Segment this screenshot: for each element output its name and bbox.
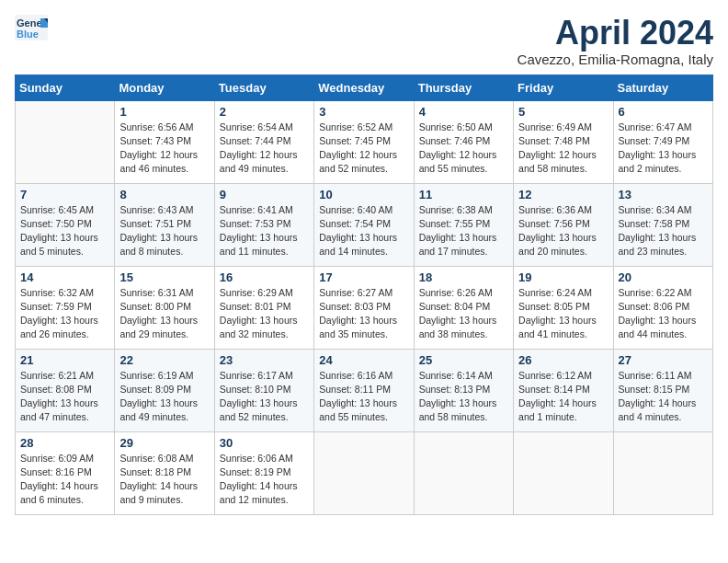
calendar-cell <box>16 100 115 183</box>
calendar-cell: 23Sunrise: 6:17 AMSunset: 8:10 PMDayligh… <box>214 349 313 431</box>
day-number: 18 <box>419 270 508 284</box>
col-header-monday: Monday <box>115 75 214 100</box>
day-number: 30 <box>220 436 309 450</box>
calendar-header: SundayMondayTuesdayWednesdayThursdayFrid… <box>16 75 713 100</box>
cell-info: Sunrise: 6:22 AMSunset: 8:06 PMDaylight:… <box>619 286 708 342</box>
calendar-cell: 1Sunrise: 6:56 AMSunset: 7:43 PMDaylight… <box>115 100 214 183</box>
day-number: 9 <box>220 188 309 201</box>
cell-info: Sunrise: 6:45 AMSunset: 7:50 PMDaylight:… <box>20 203 109 259</box>
cell-info: Sunrise: 6:36 AMSunset: 7:56 PMDaylight:… <box>518 203 608 259</box>
day-number: 20 <box>619 270 708 284</box>
cell-info: Sunrise: 6:43 AMSunset: 7:51 PMDaylight:… <box>119 203 209 259</box>
cell-info: Sunrise: 6:41 AMSunset: 7:53 PMDaylight:… <box>220 203 309 259</box>
cell-info: Sunrise: 6:17 AMSunset: 8:10 PMDaylight:… <box>220 369 309 425</box>
day-number: 8 <box>119 188 209 201</box>
cell-info: Sunrise: 6:12 AMSunset: 8:14 PMDaylight:… <box>518 369 608 425</box>
cell-info: Sunrise: 6:49 AMSunset: 7:48 PMDaylight:… <box>518 121 608 177</box>
col-header-tuesday: Tuesday <box>214 75 313 100</box>
calendar-cell: 29Sunrise: 6:08 AMSunset: 8:18 PMDayligh… <box>115 431 214 514</box>
cell-info: Sunrise: 6:16 AMSunset: 8:11 PMDaylight:… <box>319 369 408 425</box>
day-number: 1 <box>119 105 209 119</box>
day-number: 26 <box>518 353 608 367</box>
day-number: 16 <box>220 270 309 284</box>
calendar-cell: 10Sunrise: 6:40 AMSunset: 7:54 PMDayligh… <box>314 183 414 266</box>
day-number: 14 <box>20 270 109 284</box>
calendar-cell: 19Sunrise: 6:24 AMSunset: 8:05 PMDayligh… <box>514 266 613 349</box>
calendar-cell: 12Sunrise: 6:36 AMSunset: 7:56 PMDayligh… <box>514 183 613 266</box>
month-title: April 2024 <box>518 15 713 52</box>
calendar-cell: 26Sunrise: 6:12 AMSunset: 8:14 PMDayligh… <box>514 349 613 431</box>
day-number: 7 <box>20 188 109 201</box>
calendar-cell: 13Sunrise: 6:34 AMSunset: 7:58 PMDayligh… <box>613 183 712 266</box>
cell-info: Sunrise: 6:52 AMSunset: 7:45 PMDaylight:… <box>319 121 408 177</box>
day-number: 10 <box>319 188 408 201</box>
day-number: 11 <box>419 188 508 201</box>
cell-info: Sunrise: 6:54 AMSunset: 7:44 PMDaylight:… <box>220 121 309 177</box>
calendar-cell: 21Sunrise: 6:21 AMSunset: 8:08 PMDayligh… <box>16 349 115 431</box>
cell-info: Sunrise: 6:34 AMSunset: 7:58 PMDaylight:… <box>619 203 708 259</box>
calendar-cell: 20Sunrise: 6:22 AMSunset: 8:06 PMDayligh… <box>613 266 712 349</box>
day-number: 24 <box>319 353 408 367</box>
cell-info: Sunrise: 6:38 AMSunset: 7:55 PMDaylight:… <box>419 203 508 259</box>
cell-info: Sunrise: 6:47 AMSunset: 7:49 PMDaylight:… <box>619 121 708 177</box>
calendar-cell: 5Sunrise: 6:49 AMSunset: 7:48 PMDaylight… <box>514 100 613 183</box>
title-block: April 2024 Cavezzo, Emilia-Romagna, Ital… <box>518 15 713 67</box>
calendar-cell: 9Sunrise: 6:41 AMSunset: 7:53 PMDaylight… <box>214 183 313 266</box>
cell-info: Sunrise: 6:27 AMSunset: 8:03 PMDaylight:… <box>319 286 408 342</box>
calendar-cell: 11Sunrise: 6:38 AMSunset: 7:55 PMDayligh… <box>414 183 513 266</box>
day-number: 4 <box>419 105 508 119</box>
calendar-week-2: 7Sunrise: 6:45 AMSunset: 7:50 PMDaylight… <box>16 183 713 266</box>
cell-info: Sunrise: 6:29 AMSunset: 8:01 PMDaylight:… <box>220 286 309 342</box>
calendar-cell: 4Sunrise: 6:50 AMSunset: 7:46 PMDaylight… <box>414 100 513 183</box>
calendar-table: SundayMondayTuesdayWednesdayThursdayFrid… <box>15 75 713 515</box>
day-number: 17 <box>319 270 408 284</box>
col-header-friday: Friday <box>514 75 613 100</box>
calendar-cell: 27Sunrise: 6:11 AMSunset: 8:15 PMDayligh… <box>613 349 712 431</box>
page-header: General Blue April 2024 Cavezzo, Emilia-… <box>15 15 713 67</box>
cell-info: Sunrise: 6:19 AMSunset: 8:09 PMDaylight:… <box>119 369 209 425</box>
calendar-cell: 30Sunrise: 6:06 AMSunset: 8:19 PMDayligh… <box>214 431 313 514</box>
cell-info: Sunrise: 6:14 AMSunset: 8:13 PMDaylight:… <box>419 369 508 425</box>
calendar-cell: 28Sunrise: 6:09 AMSunset: 8:16 PMDayligh… <box>16 431 115 514</box>
day-number: 25 <box>419 353 508 367</box>
day-number: 13 <box>619 188 708 201</box>
svg-text:Blue: Blue <box>17 29 39 40</box>
calendar-cell: 14Sunrise: 6:32 AMSunset: 7:59 PMDayligh… <box>16 266 115 349</box>
calendar-week-1: 1Sunrise: 6:56 AMSunset: 7:43 PMDaylight… <box>16 100 713 183</box>
day-number: 15 <box>119 270 209 284</box>
cell-info: Sunrise: 6:40 AMSunset: 7:54 PMDaylight:… <box>319 203 408 259</box>
col-header-thursday: Thursday <box>414 75 513 100</box>
cell-info: Sunrise: 6:24 AMSunset: 8:05 PMDaylight:… <box>518 286 608 342</box>
calendar-cell <box>514 431 613 514</box>
day-number: 19 <box>518 270 608 284</box>
col-header-saturday: Saturday <box>613 75 712 100</box>
cell-info: Sunrise: 6:31 AMSunset: 8:00 PMDaylight:… <box>119 286 209 342</box>
calendar-cell: 2Sunrise: 6:54 AMSunset: 7:44 PMDaylight… <box>214 100 313 183</box>
cell-info: Sunrise: 6:26 AMSunset: 8:04 PMDaylight:… <box>419 286 508 342</box>
calendar-cell <box>414 431 513 514</box>
col-header-sunday: Sunday <box>16 75 115 100</box>
day-number: 28 <box>20 436 109 450</box>
day-number: 6 <box>619 105 708 119</box>
cell-info: Sunrise: 6:11 AMSunset: 8:15 PMDaylight:… <box>619 369 708 425</box>
calendar-cell: 8Sunrise: 6:43 AMSunset: 7:51 PMDaylight… <box>115 183 214 266</box>
calendar-cell: 3Sunrise: 6:52 AMSunset: 7:45 PMDaylight… <box>314 100 414 183</box>
calendar-cell: 22Sunrise: 6:19 AMSunset: 8:09 PMDayligh… <box>115 349 214 431</box>
day-number: 23 <box>220 353 309 367</box>
day-number: 5 <box>518 105 608 119</box>
cell-info: Sunrise: 6:32 AMSunset: 7:59 PMDaylight:… <box>20 286 109 342</box>
calendar-cell: 15Sunrise: 6:31 AMSunset: 8:00 PMDayligh… <box>115 266 214 349</box>
calendar-cell: 7Sunrise: 6:45 AMSunset: 7:50 PMDaylight… <box>16 183 115 266</box>
day-number: 21 <box>20 353 109 367</box>
calendar-cell: 6Sunrise: 6:47 AMSunset: 7:49 PMDaylight… <box>613 100 712 183</box>
cell-info: Sunrise: 6:50 AMSunset: 7:46 PMDaylight:… <box>419 121 508 177</box>
day-number: 12 <box>518 188 608 201</box>
day-number: 2 <box>220 105 309 119</box>
calendar-week-5: 28Sunrise: 6:09 AMSunset: 8:16 PMDayligh… <box>16 431 713 514</box>
day-number: 3 <box>319 105 408 119</box>
calendar-cell <box>314 431 414 514</box>
calendar-week-3: 14Sunrise: 6:32 AMSunset: 7:59 PMDayligh… <box>16 266 713 349</box>
calendar-cell <box>613 431 712 514</box>
cell-info: Sunrise: 6:06 AMSunset: 8:19 PMDaylight:… <box>220 452 309 508</box>
cell-info: Sunrise: 6:21 AMSunset: 8:08 PMDaylight:… <box>20 369 109 425</box>
